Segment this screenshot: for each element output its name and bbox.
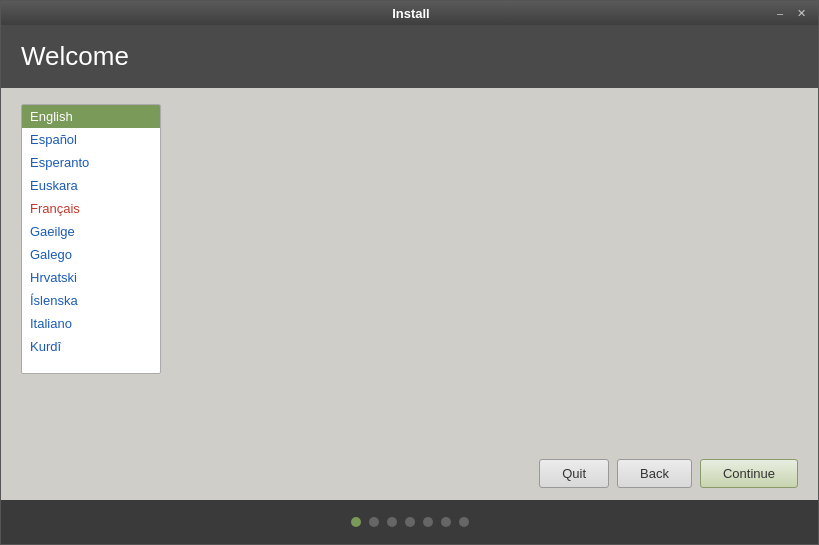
language-item-íslenska[interactable]: Íslenska xyxy=(22,289,160,312)
minimize-button[interactable]: – xyxy=(773,6,787,21)
footer xyxy=(1,500,818,544)
progress-dot-6 xyxy=(459,517,469,527)
main-content: EnglishEspañolEsperantoEuskaraFrançaisGa… xyxy=(1,88,818,447)
language-item-gaeilge[interactable]: Gaeilge xyxy=(22,220,160,243)
quit-button[interactable]: Quit xyxy=(539,459,609,488)
language-list[interactable]: EnglishEspañolEsperantoEuskaraFrançaisGa… xyxy=(21,104,161,374)
progress-dot-0 xyxy=(351,517,361,527)
continue-button[interactable]: Continue xyxy=(700,459,798,488)
titlebar: Install – ✕ xyxy=(1,1,818,25)
window-controls: – ✕ xyxy=(773,6,810,21)
language-item-galego[interactable]: Galego xyxy=(22,243,160,266)
language-item-hrvatski[interactable]: Hrvatski xyxy=(22,266,160,289)
progress-dot-3 xyxy=(405,517,415,527)
close-button[interactable]: ✕ xyxy=(793,6,810,21)
language-item-italiano[interactable]: Italiano xyxy=(22,312,160,335)
page-title: Welcome xyxy=(21,41,798,72)
language-item-français[interactable]: Français xyxy=(22,197,160,220)
progress-dot-5 xyxy=(441,517,451,527)
window-title: Install xyxy=(49,6,773,21)
language-item-english[interactable]: English xyxy=(22,105,160,128)
button-row: Quit Back Continue xyxy=(1,447,818,500)
language-item-español[interactable]: Español xyxy=(22,128,160,151)
language-item-esperanto[interactable]: Esperanto xyxy=(22,151,160,174)
progress-dot-4 xyxy=(423,517,433,527)
back-button[interactable]: Back xyxy=(617,459,692,488)
language-item-euskara[interactable]: Euskara xyxy=(22,174,160,197)
progress-dot-1 xyxy=(369,517,379,527)
progress-dot-2 xyxy=(387,517,397,527)
install-window: Install – ✕ Welcome EnglishEspañolEspera… xyxy=(0,0,819,545)
language-item-kurdî[interactable]: Kurdî xyxy=(22,335,160,358)
header-section: Welcome xyxy=(1,25,818,88)
